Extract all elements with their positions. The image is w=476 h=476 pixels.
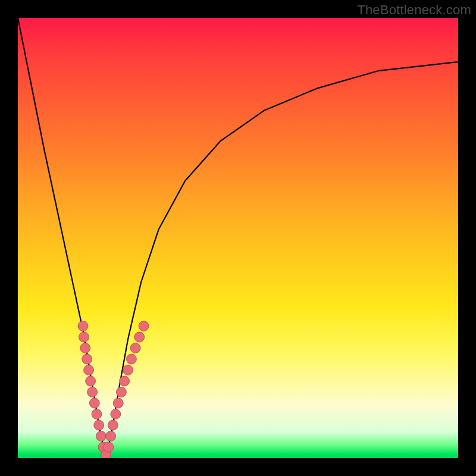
- data-point: [106, 431, 116, 441]
- data-point: [111, 409, 121, 419]
- data-point: [134, 332, 145, 342]
- data-point: [84, 365, 94, 375]
- data-point: [87, 387, 98, 397]
- data-point: [79, 332, 89, 342]
- bottleneck-curve: [18, 18, 458, 458]
- data-point: [126, 354, 136, 364]
- data-point: [78, 321, 88, 331]
- data-point: [130, 343, 140, 353]
- data-point: [104, 442, 114, 452]
- data-point: [108, 420, 118, 430]
- data-point: [92, 409, 102, 419]
- data-point: [123, 365, 133, 375]
- data-point: [113, 398, 123, 408]
- data-point: [80, 343, 90, 353]
- data-point: [116, 387, 126, 397]
- data-point: [82, 354, 92, 364]
- data-point: [139, 321, 149, 331]
- data-point: [120, 376, 130, 386]
- data-point: [86, 376, 96, 386]
- chart-frame: TheBottleneck.com: [0, 0, 476, 476]
- watermark-text: TheBottleneck.com: [357, 2, 471, 18]
- data-point: [94, 420, 104, 430]
- plot-area: [18, 18, 458, 458]
- data-point: [89, 398, 99, 408]
- data-points: [78, 321, 149, 459]
- data-point: [96, 431, 106, 441]
- chart-svg: [18, 18, 458, 458]
